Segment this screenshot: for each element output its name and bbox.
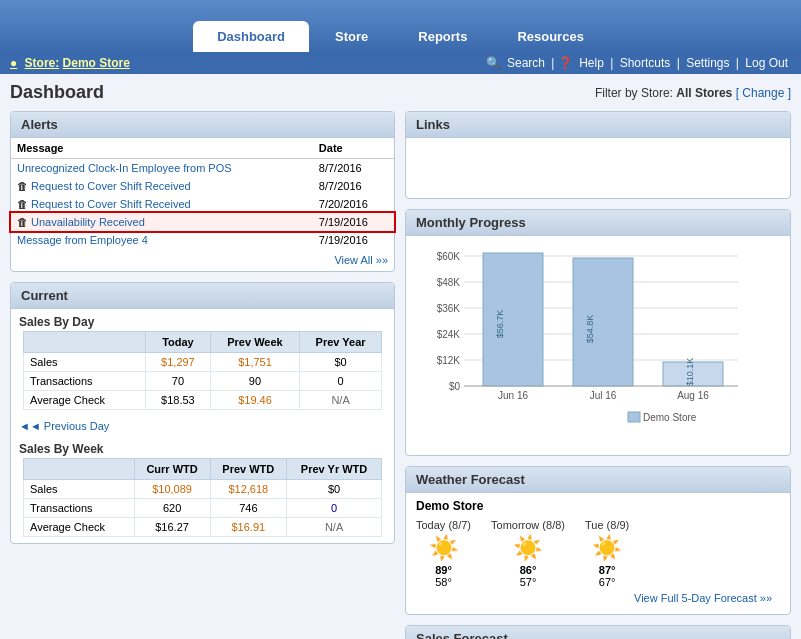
weather-day-1: Tomorrow (8/8) ☀️ 86° 57° — [491, 519, 565, 588]
shortcuts-link[interactable]: Shortcuts — [620, 56, 671, 70]
weather-low-0: 58° — [435, 576, 452, 588]
filter-change-link[interactable]: [ Change ] — [736, 86, 791, 100]
logout-link[interactable]: Log Out — [745, 56, 788, 70]
sbd-prevw-0: $1,751 — [210, 353, 299, 372]
search-link[interactable]: Search — [507, 56, 545, 70]
svg-rect-22 — [628, 412, 640, 422]
alert-date-cell: 7/20/2016 — [313, 195, 394, 213]
sbd-prevy-2: N/A — [300, 391, 382, 410]
store-bar: ● Store: Demo Store 🔍 Search | ❓ Help | … — [0, 52, 801, 74]
alert-date-cell: 7/19/2016 — [313, 231, 394, 249]
current-panel: Current Sales By Day Today Prev Week Pre… — [10, 282, 395, 544]
weather-day-label-2: Tue (8/9) — [585, 519, 629, 531]
prev-day: ◄◄ Previous Day — [11, 416, 394, 436]
table-row: 🗑 Request to Cover Shift Received7/20/20… — [11, 195, 394, 213]
right-column: Links Monthly Progress $60K $48K $36K $2… — [405, 111, 791, 639]
alert-message-link[interactable]: Request to Cover Shift Received — [31, 198, 191, 210]
sales-by-day-title: Sales By Day — [11, 309, 394, 331]
weather-day-0: Today (8/7) ☀️ 89° 58° — [416, 519, 471, 588]
sbw-col-prevyr: Prev Yr WTD — [287, 459, 382, 480]
alert-message-cell: 🗑 Request to Cover Shift Received — [11, 177, 313, 195]
table-row: Message from Employee 47/19/2016 — [11, 231, 394, 249]
alert-message-cell: 🗑 Request to Cover Shift Received — [11, 195, 313, 213]
sbd-col-prevyear: Prev Year — [300, 332, 382, 353]
links-content — [406, 138, 790, 198]
page-title: Dashboard — [10, 82, 104, 103]
alert-date-cell: 7/19/2016 — [313, 213, 394, 231]
sales-by-day-wrapper: Today Prev Week Prev Year Sales $1,297 $… — [11, 331, 394, 416]
sbd-label-0: Sales — [24, 353, 146, 372]
weather-sun-icon-1: ☀️ — [491, 534, 565, 562]
trash-icon[interactable]: 🗑 — [17, 198, 31, 210]
sbd-col-today: Today — [146, 332, 211, 353]
svg-text:$0: $0 — [449, 381, 461, 392]
sbd-today-2: $18.53 — [146, 391, 211, 410]
sbw-col3-2: N/A — [287, 518, 382, 537]
alert-date-cell: 8/7/2016 — [313, 159, 394, 178]
nav-tabs: Dashboard Store Reports Resources — [193, 21, 608, 52]
table-row: Average Check $18.53 $19.46 N/A — [24, 391, 382, 410]
alert-message-link[interactable]: Unrecognized Clock-In Employee from POS — [17, 162, 232, 174]
tab-reports[interactable]: Reports — [394, 21, 491, 52]
settings-link[interactable]: Settings — [686, 56, 729, 70]
svg-text:$12K: $12K — [437, 355, 461, 366]
trash-icon[interactable]: 🗑 — [17, 216, 31, 228]
alert-message-link[interactable]: Message from Employee 4 — [17, 234, 148, 246]
weather-panel: Weather Forecast Demo Store Today (8/7) … — [405, 466, 791, 615]
weather-high-2: 87° — [599, 564, 616, 576]
svg-text:$48K: $48K — [437, 277, 461, 288]
svg-text:$24K: $24K — [437, 329, 461, 340]
view-all-link[interactable]: View All »» — [334, 254, 388, 266]
table-row: 🗑 Unavailability Received7/19/2016 — [11, 213, 394, 231]
table-row: 🗑 Request to Cover Shift Received8/7/201… — [11, 177, 394, 195]
svg-text:$54.8K: $54.8K — [585, 315, 595, 344]
sales-by-week-table: Curr WTD Prev WTD Prev Yr WTD Sales $10,… — [23, 458, 382, 537]
help-link[interactable]: Help — [579, 56, 604, 70]
table-row: Unrecognized Clock-In Employee from POS8… — [11, 159, 394, 178]
alert-message-link[interactable]: Request to Cover Shift Received — [31, 180, 191, 192]
sales-by-day-table: Today Prev Week Prev Year Sales $1,297 $… — [23, 331, 382, 410]
view-forecast-link[interactable]: View Full 5-Day Forecast »» — [634, 592, 772, 604]
weather-sun-icon-0: ☀️ — [416, 534, 471, 562]
sbw-col1-1: 620 — [134, 499, 210, 518]
links-panel-title: Links — [406, 112, 790, 138]
tab-dashboard[interactable]: Dashboard — [193, 21, 309, 52]
sbw-label-2: Average Check — [24, 518, 135, 537]
svg-rect-12 — [483, 253, 543, 386]
left-column: Alerts Message Date Unrecognized Clock-I… — [10, 111, 395, 639]
store-bar-left: ● Store: Demo Store — [10, 56, 130, 70]
monthly-progress-panel: Monthly Progress $60K $48K $36K $24K $12… — [405, 209, 791, 456]
sbw-col-curr: Curr WTD — [134, 459, 210, 480]
sbw-col3-0: $0 — [287, 480, 382, 499]
weather-panel-title: Weather Forecast — [406, 467, 790, 493]
svg-text:$36K: $36K — [437, 303, 461, 314]
prev-day-link[interactable]: ◄◄ Previous Day — [19, 420, 109, 432]
weather-low-2: 67° — [599, 576, 616, 588]
dashboard-columns: Alerts Message Date Unrecognized Clock-I… — [10, 111, 791, 639]
tab-resources[interactable]: Resources — [493, 21, 607, 52]
sbd-prevy-0: $0 — [300, 353, 382, 372]
page-header: Dashboard Filter by Store: All Stores [ … — [10, 82, 791, 103]
sbw-label-1: Transactions — [24, 499, 135, 518]
sales-forecast-title: Sales Forecast — [406, 626, 790, 639]
alert-date-cell: 8/7/2016 — [313, 177, 394, 195]
tab-store[interactable]: Store — [311, 21, 392, 52]
alerts-col-date: Date — [313, 138, 394, 159]
sbd-prevw-2: $19.46 — [210, 391, 299, 410]
store-bar-right: 🔍 Search | ❓ Help | Shortcuts | Settings… — [486, 56, 791, 70]
store-name-link[interactable]: Demo Store — [63, 56, 130, 70]
sbd-col-prevweek: Prev Week — [210, 332, 299, 353]
table-row: Average Check $16.27 $16.91 N/A — [24, 518, 382, 537]
view-forecast-text: View Full 5-Day Forecast — [634, 592, 757, 604]
weather-day-label-1: Tomorrow (8/8) — [491, 519, 565, 531]
top-nav: Dashboard Store Reports Resources — [0, 0, 801, 52]
monthly-progress-title: Monthly Progress — [406, 210, 790, 236]
table-row: Transactions 70 90 0 — [24, 372, 382, 391]
sbd-prevw-1: 90 — [210, 372, 299, 391]
sales-by-week-wrapper: Curr WTD Prev WTD Prev Yr WTD Sales $10,… — [11, 458, 394, 543]
alert-message-cell: Message from Employee 4 — [11, 231, 313, 249]
alert-message-link[interactable]: Unavailability Received — [31, 216, 145, 228]
table-row: Transactions 620 746 0 — [24, 499, 382, 518]
trash-icon[interactable]: 🗑 — [17, 180, 31, 192]
svg-text:$60K: $60K — [437, 251, 461, 262]
